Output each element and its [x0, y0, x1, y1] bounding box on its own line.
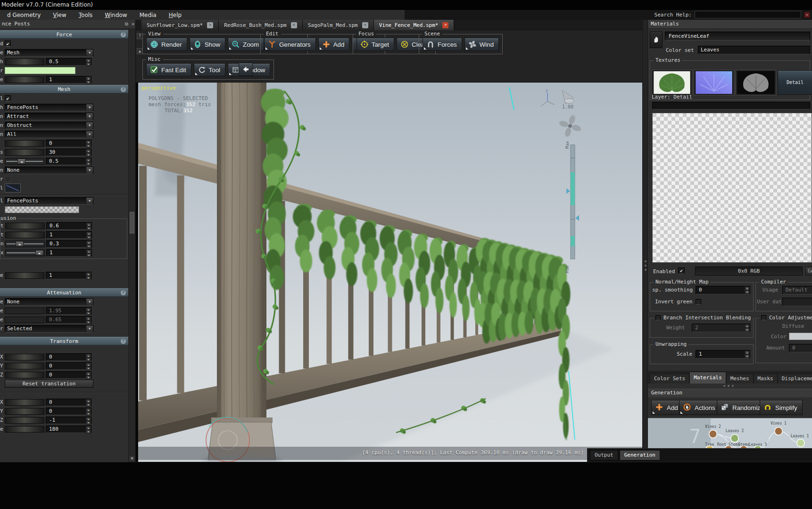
value-spinner[interactable]: 0.3▲▼	[46, 240, 92, 248]
param-dropdown[interactable]: None▼	[5, 167, 93, 174]
section-header-attenuation[interactable]: Attenuation?	[0, 288, 128, 297]
forces-button[interactable]: Forces	[423, 38, 462, 51]
value-spinner[interactable]: 0▲▼	[46, 140, 91, 147]
scrollbar-thumb[interactable]	[130, 212, 134, 234]
param-slider[interactable]	[5, 149, 44, 156]
section-header-force[interactable]: Force?	[0, 30, 128, 39]
diffuse-texture-thumbnail[interactable]	[652, 70, 692, 95]
layer-path-field[interactable]	[652, 102, 810, 109]
document-tab[interactable]: Sunflower_Low.spm*✕	[141, 20, 219, 30]
param-dropdown[interactable]: FencePosts▼	[5, 104, 93, 111]
param-dropdown[interactable]: None▼	[5, 298, 93, 306]
param-checkbox[interactable]: ✔	[5, 41, 11, 47]
material-name-field[interactable]: FenceVineLeaf	[665, 32, 810, 41]
value-spinner[interactable]: 1▲▼	[46, 231, 92, 239]
close-tab-icon[interactable]: ✕	[291, 22, 297, 28]
param-checkbox[interactable]: ✔	[5, 95, 11, 101]
generators-button[interactable]: Generators	[264, 38, 316, 51]
param-dropdown[interactable]: Attract▼	[5, 113, 93, 120]
slider-handle[interactable]: ◀▶	[17, 159, 25, 164]
tab-meshes[interactable]: Meshes	[726, 374, 754, 384]
slider-handle[interactable]: ◀▶	[16, 241, 24, 247]
section-header-transform[interactable]: Transform?	[0, 337, 128, 345]
branch-blending-checkbox[interactable]	[655, 315, 661, 320]
param-slider[interactable]	[5, 308, 44, 314]
weight-spinner[interactable]: 2▲▼	[692, 324, 750, 332]
param-slider[interactable]	[5, 426, 44, 433]
value-spinner[interactable]: 0▲▼	[46, 353, 91, 361]
param-dropdown[interactable]: Mesh▼	[5, 49, 93, 57]
value-spinner[interactable]: 0.5▲▼	[46, 58, 91, 66]
help-icon[interactable]: ?	[121, 32, 126, 37]
fast-edit-button[interactable]: Fast Edit	[146, 63, 191, 76]
close-tab-icon[interactable]: ✕	[207, 22, 213, 28]
zoom-button[interactable]: Zoom	[228, 38, 264, 51]
generation-actions-button[interactable]: Actions	[679, 400, 721, 415]
texture-strip[interactable]	[5, 206, 79, 213]
param-slider[interactable]	[5, 317, 44, 323]
tab-masks[interactable]: Masks	[754, 374, 778, 384]
document-tab[interactable]: Vine_Fence_Med.spm*✕	[374, 20, 455, 30]
param-slider[interactable]	[5, 272, 44, 279]
menu-media[interactable]: Media	[133, 12, 163, 18]
value-spinner[interactable]: 1▲▼	[46, 76, 91, 83]
value-spinner[interactable]: 0.5▲▼	[46, 158, 91, 165]
value-spinner[interactable]: -1▲▼	[46, 417, 91, 424]
value-spinner[interactable]: 1▲▼	[46, 272, 91, 279]
param-slider[interactable]	[5, 408, 44, 415]
param-slider[interactable]: ◀▶	[5, 158, 44, 165]
value-spinner[interactable]: 0▲▼	[46, 371, 91, 379]
value-spinner[interactable]: 0▲▼	[46, 362, 91, 370]
value-spinner[interactable]: 0▲▼	[46, 408, 91, 415]
value-spinner[interactable]: 0.65▲▼	[46, 316, 91, 324]
menu-tools[interactable]: Tools	[73, 12, 99, 18]
tab-color-sets[interactable]: Color Sets	[650, 374, 689, 384]
value-spinner[interactable]: 1.95▲▼	[46, 307, 91, 315]
render-button[interactable]: Render	[146, 38, 187, 51]
profile-curve-widget[interactable]	[5, 184, 21, 192]
param-slider[interactable]	[5, 232, 45, 238]
param-slider[interactable]	[5, 363, 44, 369]
value-spinner[interactable]: 30▲▼	[46, 149, 91, 156]
value-spinner[interactable]: 180▲▼	[46, 426, 91, 433]
param-slider[interactable]	[5, 417, 44, 424]
back-arrow-button[interactable]	[239, 63, 253, 76]
color-adjustment-checkbox[interactable]	[761, 315, 766, 320]
texture-preview-checkerboard[interactable]	[652, 113, 812, 263]
generation-node-graph[interactable]: 7TreeRoot StemsStemsLeaves 3Vines 2Leave…	[648, 418, 812, 448]
slider-handle[interactable]: ◀▶	[35, 250, 43, 256]
param-slider[interactable]	[5, 399, 44, 406]
search-help-close-icon[interactable]: ✕	[804, 12, 810, 18]
float-panel-icon[interactable]: ⧉	[125, 21, 128, 27]
target-button[interactable]: Target	[356, 38, 394, 51]
param-slider[interactable]	[5, 354, 44, 360]
menu-window[interactable]: Window	[99, 12, 133, 18]
param-dropdown[interactable]: Selected▼	[5, 325, 93, 333]
usage-dropdown[interactable]: Default	[782, 286, 812, 294]
invert-green-checkbox[interactable]	[696, 299, 701, 305]
help-icon[interactable]: ?	[121, 290, 126, 295]
help-icon[interactable]: ?	[121, 339, 126, 344]
param-dropdown[interactable]: All▼	[5, 131, 93, 138]
tab-displacements[interactable]: Displacements	[778, 374, 812, 384]
param-checkbox[interactable]	[5, 176, 11, 182]
param-slider[interactable]	[5, 223, 45, 229]
color-set-field[interactable]: Leaves	[698, 46, 810, 54]
amount-spinner[interactable]: 0	[789, 344, 812, 352]
show-button[interactable]: Show	[190, 38, 225, 51]
user-data-field[interactable]	[782, 298, 812, 306]
param-slider[interactable]	[5, 58, 44, 65]
viewport-3d[interactable]: z perspective POLYGONS	[138, 83, 642, 462]
panel-splitter[interactable]	[642, 20, 648, 462]
close-tab-icon[interactable]: ✕	[442, 22, 448, 28]
param-slider[interactable]	[5, 76, 44, 83]
scale-spinner[interactable]: 1▲▼	[696, 350, 750, 359]
add-button[interactable]: Add	[318, 38, 350, 51]
normal-texture-thumbnail[interactable]	[694, 70, 734, 95]
menu-help[interactable]: Help	[163, 12, 188, 18]
bottom-tab-generation[interactable]: Generation	[620, 450, 660, 460]
close-panel-icon[interactable]: ✕	[132, 21, 134, 27]
reset-translation-button[interactable]: Reset translation	[5, 380, 93, 388]
menu-view[interactable]: View	[47, 12, 72, 18]
param-slider[interactable]	[5, 140, 44, 147]
